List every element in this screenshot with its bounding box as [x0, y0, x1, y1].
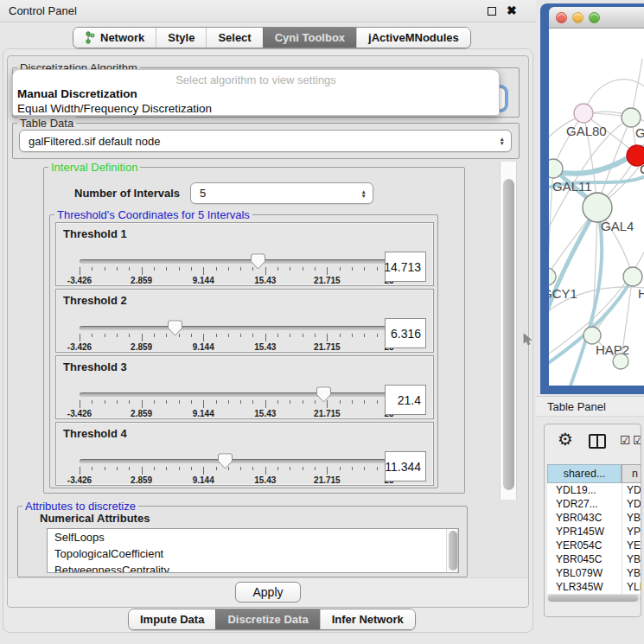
attribute-item[interactable]: TopologicalCoefficient [48, 545, 458, 562]
network-canvas[interactable]: GAL80GCGAL11GAL4GCY1HHAP2 [549, 29, 644, 386]
table-data-combobox[interactable]: galFiltered.sif default node ▲▼ [19, 130, 512, 152]
close-traffic-light-icon[interactable] [556, 12, 567, 23]
popup-option-manual-discretization[interactable]: Manual Discretization [17, 87, 137, 100]
threshold-4-value-field[interactable]: 11.344 [385, 451, 426, 481]
tab-impute-data[interactable]: Impute Data [129, 609, 215, 629]
tick-mark [364, 267, 365, 271]
column-divider [622, 497, 622, 511]
column-divider [622, 566, 622, 580]
table-hscrollbar-track[interactable] [547, 594, 641, 603]
network-node-hap2[interactable] [583, 327, 601, 344]
threshold-1-slider-thumb[interactable] [251, 253, 265, 270]
cell-name: YLR3 [627, 581, 641, 593]
checkbox-icon[interactable]: ☑ [633, 433, 641, 447]
table-row[interactable]: YBR045CYBR0 [547, 552, 641, 566]
network-node[interactable] [613, 354, 628, 369]
attributes-scrollbar-thumb[interactable] [449, 531, 457, 571]
tick-mark [352, 400, 353, 404]
tick-mark [191, 400, 192, 404]
main-scrollbar-thumb[interactable] [503, 179, 514, 490]
tick-mark [117, 267, 118, 271]
table-row[interactable]: YDR27...YDR2 [547, 497, 641, 511]
tab-label: Cyni Toolbox [275, 31, 345, 44]
attributes-scrollbar-track[interactable] [446, 529, 458, 572]
network-window-titlebar[interactable] [549, 7, 644, 29]
threshold-2-slider-track[interactable] [80, 326, 389, 330]
tick-mark [340, 400, 341, 404]
cell-name: YBR0 [627, 553, 641, 565]
gear-icon[interactable]: ⚙ [558, 429, 573, 450]
tab-cyni-toolbox[interactable]: Cyni Toolbox [263, 28, 356, 48]
threshold-4-slider-thumb[interactable] [218, 453, 233, 469]
tick-mark [252, 334, 253, 337]
network-node-gal11[interactable] [549, 159, 563, 178]
numerical-attributes-list[interactable]: SelfLoopsTopologicalCoefficientBetweenne… [47, 528, 459, 573]
table-row[interactable]: YBR043CYBR0 [547, 511, 641, 525]
threshold-3-slider-thumb[interactable] [316, 386, 331, 403]
apply-button[interactable]: Apply [235, 582, 301, 603]
network-icon [85, 31, 96, 44]
slider-ticks [80, 334, 389, 342]
tab-label: jActiveMNodules [368, 31, 459, 44]
network-node-h[interactable] [623, 267, 642, 286]
table-row[interactable]: YDL19...YDL1 [547, 483, 641, 497]
zoom-traffic-light-icon[interactable] [589, 12, 600, 23]
threshold-1-box: Threshold 1-3.4262.8599.14415.4321.71528… [55, 222, 434, 286]
threshold-3-box: Threshold 3-3.4262.8599.14415.4321.71528… [55, 355, 434, 419]
threshold-1-value-field[interactable]: 14.713 [385, 252, 426, 282]
tab-select[interactable]: Select [206, 28, 262, 48]
close-icon[interactable]: ✖ [507, 3, 517, 17]
tick-mark [303, 334, 303, 337]
table-row[interactable]: YPR145WYPR1 [547, 525, 641, 539]
tab-discretize-data[interactable]: Discretize Data [215, 609, 319, 629]
cell-name: YDR2 [627, 498, 641, 510]
tick-mark [166, 467, 167, 470]
threshold-1-slider-track[interactable] [80, 259, 389, 264]
network-node-gcy1[interactable] [549, 268, 556, 285]
tick-mark [142, 400, 143, 408]
tab-network[interactable]: Network [73, 28, 156, 48]
popup-option-equal-width-frequency[interactable]: Equal Width/Frequency Discretization [17, 102, 212, 115]
node-table-panel: ⚙ ☑ ☑ shared... n YDL19...YDL1YDR27...YD… [544, 424, 641, 617]
float-window-icon[interactable] [488, 7, 496, 16]
tick-label: 15.43 [254, 276, 276, 285]
threshold-3-slider-track[interactable] [80, 392, 389, 397]
network-node-g[interactable] [622, 108, 641, 127]
tick-mark [80, 467, 80, 475]
node-table[interactable]: YDL19...YDL1YDR27...YDR2YBR043CYBR0YPR14… [547, 464, 641, 594]
tick-mark [142, 334, 143, 341]
tab-label: Style [168, 31, 194, 44]
network-node-gal4[interactable] [583, 193, 612, 222]
network-node-gal80[interactable] [574, 104, 593, 123]
main-scrollbar-track[interactable] [500, 162, 517, 500]
tick-mark [216, 334, 217, 337]
tick-mark [252, 400, 253, 404]
threshold-2-value-field[interactable]: 6.316 [385, 318, 426, 348]
tick-mark [315, 334, 316, 337]
tab-jactivemnodules[interactable]: jActiveMNodules [356, 28, 470, 48]
tick-mark [92, 267, 92, 271]
tick-label: 21.715 [314, 409, 341, 418]
attribute-item[interactable]: SelfLoops [48, 529, 458, 545]
tick-mark [265, 467, 266, 475]
threshold-3-value-field[interactable]: 21.4 [385, 385, 426, 415]
threshold-4-slider-track[interactable] [80, 459, 389, 463]
slider-tick-labels: -3.4262.8599.14415.4321.71528 [80, 475, 389, 485]
tick-mark [216, 267, 217, 271]
tick-mark [364, 334, 365, 337]
column-divider [622, 483, 622, 497]
minimize-traffic-light-icon[interactable] [572, 12, 583, 23]
threshold-2-slider-thumb[interactable] [168, 320, 182, 336]
number-of-intervals-combobox[interactable]: 5 ▲▼ [190, 182, 373, 204]
table-row[interactable]: YLR345WYLR3 [547, 580, 641, 594]
table-hscrollbar-thumb[interactable] [548, 595, 638, 602]
tick-mark [240, 267, 241, 271]
columns-icon[interactable] [589, 434, 606, 449]
checkbox-icon[interactable]: ☑ [620, 433, 631, 447]
table-row[interactable]: YBL079WYBL0 [547, 566, 641, 580]
tick-mark [252, 467, 253, 470]
tab-style[interactable]: Style [156, 28, 206, 48]
table-row[interactable]: YER054CYER0 [547, 539, 641, 552]
tab-infer-network[interactable]: Infer Network [320, 609, 415, 629]
attribute-item[interactable]: BetweennessCentrality [48, 562, 458, 573]
